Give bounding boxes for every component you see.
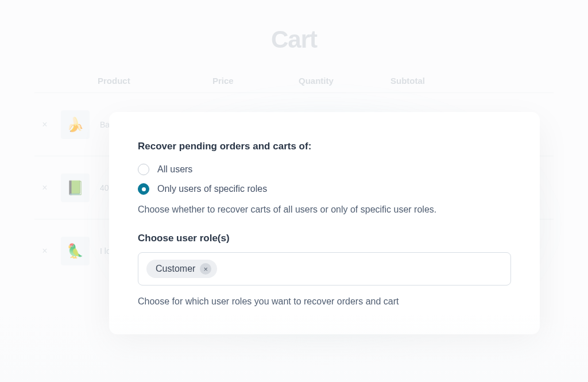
radio-label: Only users of specific roles [157, 184, 267, 194]
page-title: Cart [271, 26, 317, 53]
col-header-price: Price [212, 76, 299, 86]
role-tag-label: Customer [156, 264, 195, 274]
modal-title: Recover pending orders and carts of: [138, 141, 511, 152]
recover-scope-radio-group: All users Only users of specific roles [138, 164, 511, 195]
col-header-product: Product [34, 76, 212, 86]
role-field-helper-text: Choose for which user roles you want to … [138, 295, 511, 308]
radio-icon [138, 164, 149, 175]
role-tag: Customer × [146, 260, 217, 278]
remove-item-button[interactable]: × [34, 119, 55, 130]
remove-tag-button[interactable]: × [200, 263, 211, 275]
recover-scope-helper-text: Choose whether to recover carts of all u… [138, 203, 511, 217]
remove-item-button[interactable]: × [34, 183, 55, 193]
product-thumbnail: 🦜 [61, 237, 90, 265]
product-thumbnail: 📗 [61, 173, 90, 202]
settings-modal: Recover pending orders and carts of: All… [109, 112, 540, 334]
radio-option-specific-roles[interactable]: Only users of specific roles [138, 183, 511, 195]
radio-option-all-users[interactable]: All users [138, 164, 511, 175]
product-thumbnail: 🍌 [61, 110, 90, 139]
col-header-quantity: Quantity [299, 76, 390, 86]
col-header-subtotal: Subtotal [390, 76, 477, 86]
table-header: Product Price Quantity Subtotal [34, 69, 554, 92]
user-roles-input[interactable]: Customer × [138, 252, 511, 285]
role-field-label: Choose user role(s) [138, 233, 511, 244]
remove-item-button[interactable]: × [34, 246, 55, 256]
radio-icon [138, 183, 149, 195]
radio-label: All users [157, 164, 192, 175]
